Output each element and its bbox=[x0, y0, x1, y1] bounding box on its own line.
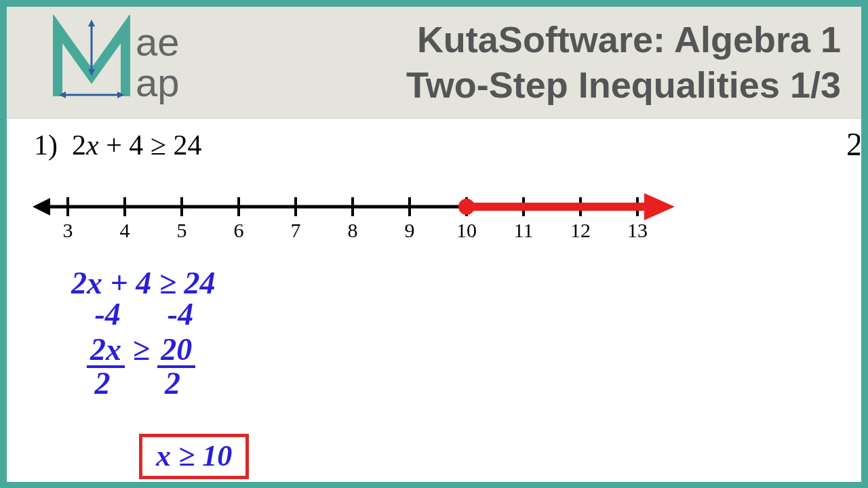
answer-box: x ≥ 10 bbox=[139, 434, 249, 479]
logo: ae ap bbox=[7, 7, 285, 118]
problem-statement: 1) 2x + 4 ≥ 24 bbox=[34, 129, 201, 161]
work-step1: 2x + 4 ≥ 24 bbox=[71, 268, 215, 299]
maemap-logo: ae ap bbox=[44, 15, 248, 110]
svg-marker-1 bbox=[88, 20, 95, 26]
slide-frame: ae ap KutaSoftware: Algebra 1 Two-Step I… bbox=[0, 0, 868, 488]
number-line: 345678910111213 bbox=[27, 183, 678, 258]
svg-text:7: 7 bbox=[291, 219, 301, 241]
work-step2: -4 -4 bbox=[71, 299, 215, 330]
svg-text:5: 5 bbox=[177, 219, 187, 241]
problem-expression: 2x + 4 ≥ 24 bbox=[72, 129, 201, 161]
header: ae ap KutaSoftware: Algebra 1 Two-Step I… bbox=[7, 7, 861, 119]
work-step3: 2x ≥ 20 bbox=[71, 334, 215, 368]
logo-text-ap: ap bbox=[136, 60, 180, 104]
title-line2: Two-Step Inequalities 1/3 bbox=[285, 62, 841, 108]
cutoff-text: 2 bbox=[846, 125, 860, 163]
svg-text:11: 11 bbox=[514, 219, 534, 241]
number-line-svg: 345678910111213 bbox=[27, 183, 678, 258]
svg-text:13: 13 bbox=[627, 219, 648, 241]
title-line1: KutaSoftware: Algebra 1 bbox=[285, 17, 841, 63]
title-block: KutaSoftware: Algebra 1 Two-Step Inequal… bbox=[285, 17, 861, 108]
worked-solution: 2x + 4 ≥ 24 -4 -4 2x ≥ 20 2 2 bbox=[71, 268, 215, 399]
svg-text:3: 3 bbox=[63, 219, 73, 241]
work-step3-den: 2 2 bbox=[71, 368, 215, 399]
svg-marker-7 bbox=[33, 198, 50, 216]
logo-text-ae: ae bbox=[136, 20, 180, 64]
problem-number: 1) bbox=[34, 129, 58, 161]
svg-marker-32 bbox=[644, 193, 675, 220]
svg-text:4: 4 bbox=[120, 219, 130, 241]
svg-text:10: 10 bbox=[456, 219, 477, 241]
svg-text:9: 9 bbox=[405, 219, 415, 241]
svg-text:12: 12 bbox=[570, 219, 591, 241]
content-area: 1) 2x + 4 ≥ 24 345678910111213 2x + 4 ≥ … bbox=[7, 119, 861, 482]
svg-text:6: 6 bbox=[234, 219, 244, 241]
svg-text:8: 8 bbox=[348, 219, 358, 241]
svg-point-33 bbox=[458, 199, 475, 215]
